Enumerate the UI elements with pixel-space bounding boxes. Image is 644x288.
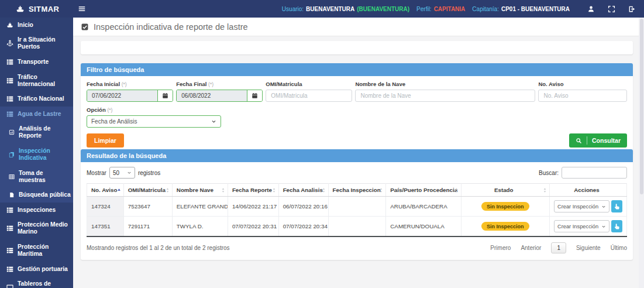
no-aviso-input[interactable]	[538, 90, 627, 102]
cell-nombre: TWYLA D.	[172, 217, 228, 237]
cell-pais-puerto: ARUBA/BARCADERA	[386, 197, 461, 217]
sidebar-item-tableros-de-control[interactable]: Tableros de Control	[0, 276, 73, 288]
cell-fecha-inspeccion	[328, 197, 386, 217]
column-header-nombre[interactable]: Nombre Nave	[172, 184, 228, 197]
pagination-last[interactable]: Último	[611, 245, 627, 251]
fecha-inicial-calendar-button[interactable]	[157, 90, 173, 101]
expand-icon[interactable]	[608, 5, 615, 13]
ship-icon	[6, 22, 13, 29]
sidebar-item-toma-de-muestras[interactable]: Toma de muestras	[0, 166, 73, 188]
column-header-estado[interactable]: Estado	[461, 184, 549, 197]
list-icon	[6, 247, 13, 254]
column-header-omi[interactable]: OMI/Matricula	[123, 184, 172, 197]
sidebar-item-inicio[interactable]: Inicio	[0, 18, 73, 33]
cell-fecha-inspeccion	[328, 217, 386, 237]
results-card: Resultado de la búsqueda Mostrar 50 regi…	[81, 149, 633, 260]
status-badge: Sin Inspeccion	[481, 202, 529, 211]
cell-fecha-analisis: 06/07/2022 20:16	[278, 197, 328, 217]
fecha-inicial-group	[87, 90, 173, 102]
column-header-fecha-reporte[interactable]: Fecha Reporte	[228, 184, 278, 197]
sidebar-item-transporte[interactable]: Transporte	[0, 54, 73, 70]
fecha-final-group	[176, 90, 263, 102]
user-label: Usuario:	[282, 6, 304, 12]
pagination-first[interactable]: Primero	[490, 245, 511, 251]
fecha-final-input[interactable]	[177, 90, 247, 101]
sort-icon	[454, 187, 459, 193]
sidebar-item-proteccion-medio-marino[interactable]: Protección Medio Marino	[0, 218, 73, 240]
length-select[interactable]: 50	[109, 167, 135, 179]
main-content: Inspección indicativa de reporte de last…	[73, 18, 639, 288]
sidebar-item-ir-a-situacion-puertos[interactable]: Ir a Situación Puertos	[0, 33, 73, 55]
brand-logo[interactable]: SITMAR	[0, 5, 73, 13]
list-icon	[6, 59, 13, 66]
pagination-page-1[interactable]: 1	[551, 242, 566, 253]
filter-title: Filtro de búsqueda	[81, 63, 633, 76]
results-table: No. Aviso OMI/Matricula Nombre Nave Fech…	[87, 183, 627, 237]
column-header-fecha-inspeccion[interactable]: Fecha Inspeccion	[328, 184, 386, 197]
hamburger-icon[interactable]	[78, 5, 86, 13]
exit-icon[interactable]	[628, 5, 636, 13]
table-search-input[interactable]	[562, 167, 627, 179]
scrollbar-thumb[interactable]	[640, 19, 643, 194]
sidebar-item-trafico-nacional[interactable]: Tráfico Nacional	[0, 91, 73, 107]
search-button[interactable]: Consultar	[569, 133, 627, 148]
cell-no-aviso: 147351	[87, 217, 124, 237]
list-icon	[6, 207, 13, 214]
execute-action-button[interactable]	[611, 200, 622, 212]
topbar-user-info: Usuario: BUENAVENTURA (BUENAVENTURA) Per…	[282, 5, 644, 13]
page-header: Inspección indicativa de reporte de last…	[73, 18, 639, 36]
sidebar-item-proteccion-maritima[interactable]: Protección Marítima	[0, 239, 73, 262]
table-row: 147324 7523647 ELEFANTE GRANDE 14/06/202…	[87, 197, 627, 217]
file-icon	[9, 192, 15, 198]
chevron-down-icon	[601, 224, 606, 229]
table-row: 147351 7291171 TWYLA D. 07/07/2022 20:31…	[87, 217, 627, 237]
opcion-label: Opción	[87, 107, 106, 113]
column-header-fecha-analisis[interactable]: Fecha Analisis	[278, 184, 328, 197]
column-header-pais-puerto[interactable]: País/Puerto Procedencia	[386, 184, 461, 197]
length-value: 50	[113, 170, 119, 176]
column-header-no-aviso[interactable]: No. Aviso	[87, 184, 124, 197]
sidebar-item-agua-de-lastre[interactable]: Agua de Lastre	[0, 107, 73, 122]
fecha-inicial-input[interactable]	[87, 90, 157, 101]
sort-icon	[221, 187, 226, 193]
sidebar-item-analisis-de-reporte[interactable]: Análisis de Reporte	[0, 122, 73, 144]
cell-omi: 7523647	[123, 197, 172, 217]
sort-icon	[378, 187, 384, 193]
list-icon	[6, 111, 13, 118]
pagination-previous[interactable]: Anterior	[521, 245, 541, 251]
cell-omi: 7291171	[123, 217, 172, 237]
cell-pais-puerto: CAMERUN/DOUALA	[386, 217, 461, 237]
length-menu: Mostrar 50 registros	[87, 167, 160, 179]
clipboard-check-icon	[81, 23, 89, 31]
clear-button[interactable]: Limpiar	[87, 133, 124, 148]
sidebar-item-inspecciones[interactable]: Inspecciones	[0, 203, 73, 218]
desktop-icon	[6, 284, 13, 288]
action-select[interactable]: Crear Inspección	[554, 220, 609, 232]
no-aviso-label: No. Aviso	[538, 81, 627, 87]
nombre-nave-input[interactable]	[355, 90, 535, 102]
list-icon	[6, 95, 13, 102]
sidebar-item-inspeccion-indicativa[interactable]: Inspección Indicativa	[0, 143, 73, 166]
length-prefix: Mostrar	[87, 170, 106, 176]
topbar-icons	[587, 5, 636, 13]
cell-acciones: Crear Inspección	[549, 217, 626, 237]
sort-icon	[321, 187, 326, 193]
empty-toolbar-card	[81, 41, 633, 54]
sidebar-item-busqueda-publica[interactable]: Búsqueda pública	[0, 187, 73, 203]
anchor-icon	[6, 40, 13, 47]
cell-fecha-reporte: 14/06/2022 21:17	[228, 197, 278, 217]
page-title: Inspección indicativa de reporte de last…	[94, 22, 248, 32]
action-select[interactable]: Crear Inspección	[554, 200, 609, 212]
sidebar-item-trafico-internacional[interactable]: Tráfico Internacional	[0, 70, 73, 92]
opcion-selected-value: Fecha de Análisis	[91, 118, 137, 125]
pagination-next[interactable]: Siguiente	[576, 245, 601, 251]
scrollbar[interactable]	[639, 18, 644, 288]
sidebar-item-gestion-portuaria[interactable]: Gestión portuaria	[0, 262, 73, 277]
fecha-final-calendar-button[interactable]	[247, 90, 262, 101]
opcion-select[interactable]: Fecha de Análisis	[87, 115, 221, 128]
omi-input[interactable]	[266, 90, 352, 102]
execute-action-button[interactable]	[611, 220, 622, 232]
person-icon[interactable]	[587, 5, 595, 13]
calendar-icon	[162, 92, 168, 99]
brand-title: SITMAR	[29, 5, 59, 13]
